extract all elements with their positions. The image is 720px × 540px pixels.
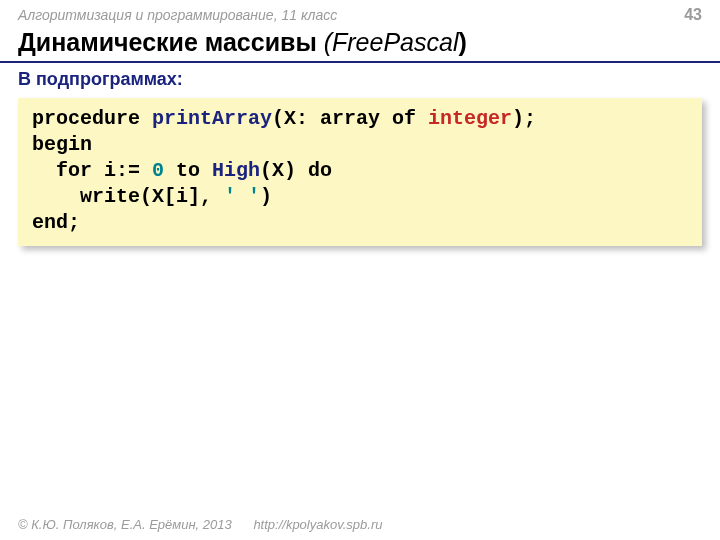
slide-header: Алгоритмизация и программирование, 11 кл… <box>0 0 720 26</box>
title-paren-close: ) <box>458 28 466 56</box>
page-number: 43 <box>684 6 702 24</box>
slide-footer: © К.Ю. Поляков, Е.А. Ерёмин, 2013 http:/… <box>0 511 720 540</box>
code-identifier: printArray <box>152 107 272 130</box>
code-text: procedure <box>32 107 152 130</box>
code-text: ) <box>260 185 272 208</box>
title-paren-open: ( <box>317 28 332 56</box>
title-wrap: Динамические массивы (FreePascal) <box>0 26 720 63</box>
title-main: Динамические массивы <box>18 28 317 56</box>
slide-title: Динамические массивы (FreePascal) <box>18 28 702 57</box>
code-text: (X: array of <box>272 107 428 130</box>
code-text: end; <box>32 211 80 234</box>
code-text: (X) do <box>260 159 332 182</box>
code-string: ' ' <box>224 185 260 208</box>
code-text: ); <box>512 107 536 130</box>
course-label: Алгоритмизация и программирование, 11 кл… <box>18 7 337 23</box>
footer-url: http://kpolyakov.spb.ru <box>253 517 382 532</box>
title-language: FreePascal <box>332 28 458 56</box>
code-text: for i:= <box>32 159 152 182</box>
code-text: write(X[i], <box>32 185 224 208</box>
code-number: 0 <box>152 159 164 182</box>
copyright-text: © К.Ю. Поляков, Е.А. Ерёмин, 2013 <box>18 517 232 532</box>
code-text: begin <box>32 133 92 156</box>
section-subtitle: В подпрограммах: <box>0 63 720 98</box>
code-function: High <box>212 159 260 182</box>
code-type: integer <box>428 107 512 130</box>
code-block: procedure printArray(X: array of integer… <box>18 98 702 246</box>
code-text: to <box>164 159 212 182</box>
